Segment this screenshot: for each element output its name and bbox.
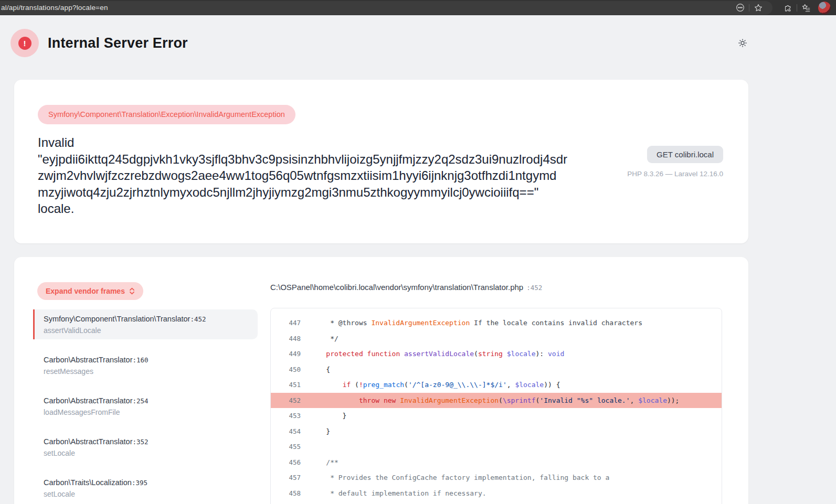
code-line: 453 } (271, 408, 722, 424)
code-content: * Provides the ConfigCache factory imple… (310, 474, 609, 481)
error-status-icon: ! (10, 29, 39, 57)
frame-class: Carbon\Traits\Localization (44, 478, 132, 487)
line-number: 456 (271, 458, 301, 466)
file-path: C:\OSPanel\home\colibri.local\vendor\sym… (270, 282, 523, 293)
line-number: 453 (271, 412, 301, 420)
extensions-icon[interactable] (779, 3, 797, 12)
line-number: 454 (271, 427, 301, 435)
frame-method: assertValidLocale (44, 326, 250, 335)
environment-info: PHP 8.3.26 — Laravel 12.16.0 (627, 170, 723, 178)
trace-card: Expand vendor frames Symfony\Component\T… (14, 257, 748, 504)
frame-method: setLocale (44, 449, 250, 458)
expand-vendor-frames-button[interactable]: Expand vendor frames (37, 282, 143, 300)
frame-method: resetMessages (44, 367, 250, 376)
code-line: 449 protected function assertValidLocale… (271, 346, 722, 362)
line-number: 450 (271, 366, 301, 373)
frame-class: Carbon\AbstractTranslator (44, 437, 133, 446)
code-line: 451 if (!preg_match('/^[a-z0-9@_\\.\\-]*… (271, 377, 722, 393)
line-number: 449 (271, 350, 301, 358)
code-line: 450 { (271, 362, 722, 378)
code-line: 447 * @throws InvalidArgumentException I… (271, 315, 722, 331)
url-text[interactable]: al/api/translations/app?locale=en (0, 4, 108, 12)
frame-line-number: :452 (190, 315, 206, 323)
page-title: Internal Server Error (48, 35, 188, 51)
code-line: 458 * default implementation if necessar… (271, 486, 722, 501)
favorites-list-icon[interactable] (797, 3, 815, 13)
code-content: * @throws InvalidArgumentException If th… (310, 319, 642, 327)
error-message: Invalid"eyjpdii6ikttq245dgpjvkh1vky3sjfl… (38, 134, 567, 217)
stack-frame[interactable]: Carbon\AbstractTranslator:254loadMessage… (33, 391, 258, 421)
exception-class-badge: Symfony\Component\Translation\Exception\… (38, 105, 295, 124)
file-line-number: :452 (526, 283, 542, 293)
line-number: 457 (271, 474, 301, 481)
code-content: throw new InvalidArgumentException(\spri… (310, 396, 679, 404)
frame-method: setLocale (44, 490, 250, 499)
code-line: 455 (271, 439, 722, 455)
error-message-line: zwjm2vhvlwjfzczrebzdwogs2aee4ww1tog56q05… (38, 167, 567, 184)
page-header: ! Internal Server Error (10, 29, 747, 57)
code-content: protected function assertValidLocale(str… (310, 350, 564, 358)
code-viewer: 447 * @throws InvalidArgumentException I… (270, 308, 722, 504)
error-message-line: mzyjiwotq4zju2zjrhztnlymyxodc5njllm2jhyj… (38, 184, 567, 201)
code-content: /** (310, 458, 338, 466)
code-line: 456 /** (271, 455, 722, 470)
frame-class: Symfony\Component\Translation\Translator (44, 315, 190, 323)
request-method-badge: GET colibri.local (647, 146, 723, 163)
theme-toggle-button[interactable] (738, 38, 747, 48)
line-number: 447 (271, 319, 301, 327)
line-number: 455 (271, 443, 301, 451)
code-line: 452 throw new InvalidArgumentException(\… (271, 393, 722, 409)
code-content: */ (310, 335, 338, 342)
code-content: { (310, 366, 330, 373)
profile-avatar[interactable] (818, 2, 831, 14)
error-message-line: "eyjpdii6ikttq245dgpjvkh1vky3sjflq3bhv3c… (38, 151, 567, 168)
code-content: if (!preg_match('/^[a-z0-9@_\\.\\-]*$/i'… (310, 381, 560, 389)
code-line: 454 } (271, 424, 722, 439)
error-card: Symfony\Component\Translation\Exception\… (14, 80, 748, 243)
frame-class: Carbon\AbstractTranslator (44, 356, 133, 364)
stack-frame[interactable]: Carbon\AbstractTranslator:352setLocale (33, 432, 258, 462)
code-line: 457 * Provides the ConfigCache factory i… (271, 470, 722, 486)
line-number: 451 (271, 381, 301, 389)
line-number: 458 (271, 489, 301, 497)
code-content: } (310, 427, 330, 435)
line-number: 452 (271, 396, 301, 404)
sun-icon (738, 38, 747, 48)
frame-method: loadMessagesFromFile (44, 408, 250, 417)
error-message-line: locale. (38, 200, 567, 217)
code-line: 448 */ (271, 331, 722, 347)
frame-line-number: :160 (133, 356, 149, 364)
stack-frame[interactable]: Symfony\Component\Translation\Translator… (33, 309, 258, 339)
code-content: } (310, 412, 346, 420)
frame-class: Carbon\AbstractTranslator (44, 396, 133, 405)
frame-line-number: :254 (133, 397, 149, 405)
stack-frame[interactable]: Carbon\Traits\Localization:395setLocale (33, 473, 258, 503)
error-message-line: Invalid (38, 134, 567, 151)
code-content: * default implementation if necessary. (310, 489, 486, 497)
line-number: 448 (271, 335, 301, 342)
stack-frames-list: Symfony\Component\Translation\Translator… (33, 309, 258, 503)
chevron-expand-icon (129, 287, 135, 295)
frame-line-number: :395 (132, 479, 147, 487)
address-bar[interactable] (0, 1, 772, 15)
browser-bar: al/api/translations/app?locale=en (0, 0, 836, 15)
bookmark-star-icon[interactable] (749, 3, 767, 13)
file-path-row[interactable]: C:\OSPanel\home\colibri.local\vendor\sym… (270, 282, 722, 293)
more-options-icon[interactable] (731, 3, 749, 12)
stack-frame[interactable]: Carbon\AbstractTranslator:160resetMessag… (33, 350, 258, 380)
frame-line-number: :352 (133, 438, 149, 446)
